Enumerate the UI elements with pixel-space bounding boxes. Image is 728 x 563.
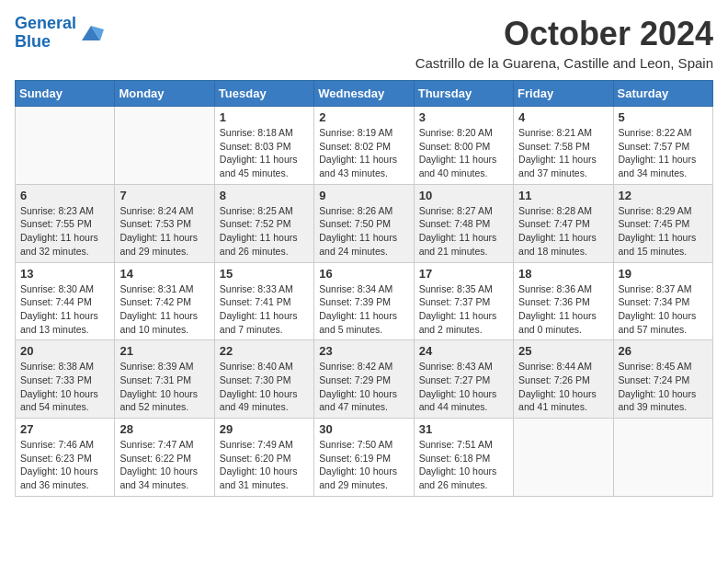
table-row bbox=[115, 107, 214, 185]
day-info: Sunrise: 7:46 AMSunset: 6:23 PMDaylight:… bbox=[20, 438, 109, 492]
calendar-week-row: 1Sunrise: 8:18 AMSunset: 8:03 PMDaylight… bbox=[16, 107, 713, 185]
logo-icon bbox=[78, 20, 104, 46]
day-number: 3 bbox=[419, 110, 508, 124]
day-number: 27 bbox=[20, 422, 109, 436]
table-row: 30Sunrise: 7:50 AMSunset: 6:19 PMDayligh… bbox=[314, 419, 414, 497]
header-monday: Monday bbox=[115, 81, 214, 107]
table-row: 26Sunrise: 8:45 AMSunset: 7:24 PMDayligh… bbox=[613, 340, 712, 419]
day-info: Sunrise: 8:22 AMSunset: 7:57 PMDaylight:… bbox=[619, 126, 708, 180]
calendar-week-row: 20Sunrise: 8:38 AMSunset: 7:33 PMDayligh… bbox=[16, 340, 713, 419]
header-tuesday: Tuesday bbox=[214, 81, 313, 107]
logo-blue: Blue bbox=[15, 32, 51, 51]
day-info: Sunrise: 8:31 AMSunset: 7:42 PMDaylight:… bbox=[119, 282, 209, 337]
table-row: 7Sunrise: 8:24 AMSunset: 7:53 PMDaylight… bbox=[115, 184, 214, 262]
table-row bbox=[16, 107, 115, 185]
day-info: Sunrise: 8:45 AMSunset: 7:24 PMDaylight:… bbox=[619, 360, 708, 414]
table-row: 18Sunrise: 8:36 AMSunset: 7:36 PMDayligh… bbox=[514, 262, 613, 340]
location-title: Castrillo de la Guarena, Castille and Le… bbox=[415, 55, 713, 71]
logo: General Blue bbox=[15, 15, 104, 52]
day-info: Sunrise: 8:28 AMSunset: 7:47 PMDaylight:… bbox=[518, 204, 608, 259]
day-info: Sunrise: 7:47 AMSunset: 6:22 PMDaylight:… bbox=[119, 438, 209, 492]
table-row: 13Sunrise: 8:30 AMSunset: 7:44 PMDayligh… bbox=[16, 262, 115, 340]
day-info: Sunrise: 7:50 AMSunset: 6:19 PMDaylight:… bbox=[319, 438, 408, 492]
day-info: Sunrise: 8:38 AMSunset: 7:33 PMDaylight:… bbox=[20, 360, 109, 414]
day-info: Sunrise: 8:21 AMSunset: 7:58 PMDaylight:… bbox=[518, 126, 608, 180]
day-number: 31 bbox=[419, 422, 508, 436]
header-saturday: Saturday bbox=[613, 81, 712, 107]
header-wednesday: Wednesday bbox=[314, 81, 414, 107]
day-number: 1 bbox=[220, 110, 309, 124]
logo-general: General bbox=[15, 14, 76, 32]
table-row: 20Sunrise: 8:38 AMSunset: 7:33 PMDayligh… bbox=[16, 340, 115, 419]
month-title: October 2024 bbox=[415, 15, 713, 53]
day-number: 8 bbox=[220, 189, 309, 202]
day-number: 4 bbox=[518, 110, 608, 124]
day-number: 28 bbox=[119, 422, 209, 436]
day-number: 25 bbox=[518, 344, 608, 358]
table-row: 9Sunrise: 8:26 AMSunset: 7:50 PMDaylight… bbox=[314, 184, 414, 262]
title-block: October 2024 Castrillo de la Guarena, Ca… bbox=[415, 15, 713, 71]
table-row: 6Sunrise: 8:23 AMSunset: 7:55 PMDaylight… bbox=[16, 184, 115, 262]
day-info: Sunrise: 8:27 AMSunset: 7:48 PMDaylight:… bbox=[419, 204, 508, 259]
day-number: 11 bbox=[518, 189, 608, 202]
calendar-week-row: 13Sunrise: 8:30 AMSunset: 7:44 PMDayligh… bbox=[16, 262, 713, 340]
header-sunday: Sunday bbox=[16, 81, 115, 107]
table-row: 2Sunrise: 8:19 AMSunset: 8:02 PMDaylight… bbox=[314, 107, 414, 185]
table-row: 14Sunrise: 8:31 AMSunset: 7:42 PMDayligh… bbox=[115, 262, 214, 340]
table-row: 11Sunrise: 8:28 AMSunset: 7:47 PMDayligh… bbox=[514, 184, 613, 262]
day-number: 15 bbox=[220, 267, 309, 281]
day-number: 7 bbox=[119, 189, 209, 202]
table-row: 21Sunrise: 8:39 AMSunset: 7:31 PMDayligh… bbox=[115, 340, 214, 419]
day-number: 10 bbox=[419, 189, 508, 202]
table-row: 25Sunrise: 8:44 AMSunset: 7:26 PMDayligh… bbox=[514, 340, 613, 419]
day-number: 5 bbox=[619, 110, 708, 124]
day-number: 20 bbox=[20, 344, 109, 358]
day-number: 14 bbox=[119, 267, 209, 281]
day-info: Sunrise: 8:19 AMSunset: 8:02 PMDaylight:… bbox=[319, 126, 408, 180]
header-friday: Friday bbox=[514, 81, 613, 107]
day-info: Sunrise: 8:40 AMSunset: 7:30 PMDaylight:… bbox=[220, 360, 309, 414]
day-number: 13 bbox=[20, 267, 109, 281]
logo-text: General Blue bbox=[15, 15, 76, 52]
table-row: 8Sunrise: 8:25 AMSunset: 7:52 PMDaylight… bbox=[214, 184, 313, 262]
day-info: Sunrise: 8:29 AMSunset: 7:45 PMDaylight:… bbox=[619, 204, 708, 259]
day-number: 18 bbox=[518, 267, 608, 281]
table-row: 17Sunrise: 8:35 AMSunset: 7:37 PMDayligh… bbox=[414, 262, 513, 340]
day-number: 9 bbox=[319, 189, 408, 202]
day-info: Sunrise: 7:51 AMSunset: 6:18 PMDaylight:… bbox=[419, 438, 508, 492]
day-info: Sunrise: 8:18 AMSunset: 8:03 PMDaylight:… bbox=[220, 126, 309, 180]
table-row: 22Sunrise: 8:40 AMSunset: 7:30 PMDayligh… bbox=[214, 340, 313, 419]
day-info: Sunrise: 8:44 AMSunset: 7:26 PMDaylight:… bbox=[518, 360, 608, 414]
day-info: Sunrise: 8:43 AMSunset: 7:27 PMDaylight:… bbox=[419, 360, 508, 414]
day-info: Sunrise: 8:37 AMSunset: 7:34 PMDaylight:… bbox=[619, 282, 708, 337]
table-row: 23Sunrise: 8:42 AMSunset: 7:29 PMDayligh… bbox=[314, 340, 414, 419]
day-number: 30 bbox=[319, 422, 408, 436]
calendar-week-row: 27Sunrise: 7:46 AMSunset: 6:23 PMDayligh… bbox=[16, 419, 713, 497]
page-header: General Blue October 2024 Castrillo de l… bbox=[15, 15, 713, 71]
day-number: 19 bbox=[619, 267, 708, 281]
day-info: Sunrise: 8:24 AMSunset: 7:53 PMDaylight:… bbox=[119, 204, 209, 259]
day-info: Sunrise: 8:26 AMSunset: 7:50 PMDaylight:… bbox=[319, 204, 408, 259]
day-info: Sunrise: 8:23 AMSunset: 7:55 PMDaylight:… bbox=[20, 204, 109, 259]
table-row: 5Sunrise: 8:22 AMSunset: 7:57 PMDaylight… bbox=[613, 107, 712, 185]
day-number: 26 bbox=[619, 344, 708, 358]
day-info: Sunrise: 7:49 AMSunset: 6:20 PMDaylight:… bbox=[220, 438, 309, 492]
table-row bbox=[514, 419, 613, 497]
day-info: Sunrise: 8:36 AMSunset: 7:36 PMDaylight:… bbox=[518, 282, 608, 337]
calendar-header-row: Sunday Monday Tuesday Wednesday Thursday… bbox=[16, 81, 713, 107]
calendar-table: Sunday Monday Tuesday Wednesday Thursday… bbox=[15, 80, 713, 497]
table-row: 19Sunrise: 8:37 AMSunset: 7:34 PMDayligh… bbox=[613, 262, 712, 340]
day-info: Sunrise: 8:25 AMSunset: 7:52 PMDaylight:… bbox=[220, 204, 309, 259]
calendar-body: 1Sunrise: 8:18 AMSunset: 8:03 PMDaylight… bbox=[16, 107, 713, 497]
day-number: 12 bbox=[619, 189, 708, 202]
day-info: Sunrise: 8:39 AMSunset: 7:31 PMDaylight:… bbox=[119, 360, 209, 414]
table-row: 4Sunrise: 8:21 AMSunset: 7:58 PMDaylight… bbox=[514, 107, 613, 185]
day-number: 6 bbox=[20, 189, 109, 202]
day-info: Sunrise: 8:35 AMSunset: 7:37 PMDaylight:… bbox=[419, 282, 508, 337]
day-info: Sunrise: 8:30 AMSunset: 7:44 PMDaylight:… bbox=[20, 282, 109, 337]
table-row: 27Sunrise: 7:46 AMSunset: 6:23 PMDayligh… bbox=[16, 419, 115, 497]
header-thursday: Thursday bbox=[414, 81, 513, 107]
day-number: 21 bbox=[119, 344, 209, 358]
table-row bbox=[613, 419, 712, 497]
day-number: 22 bbox=[220, 344, 309, 358]
